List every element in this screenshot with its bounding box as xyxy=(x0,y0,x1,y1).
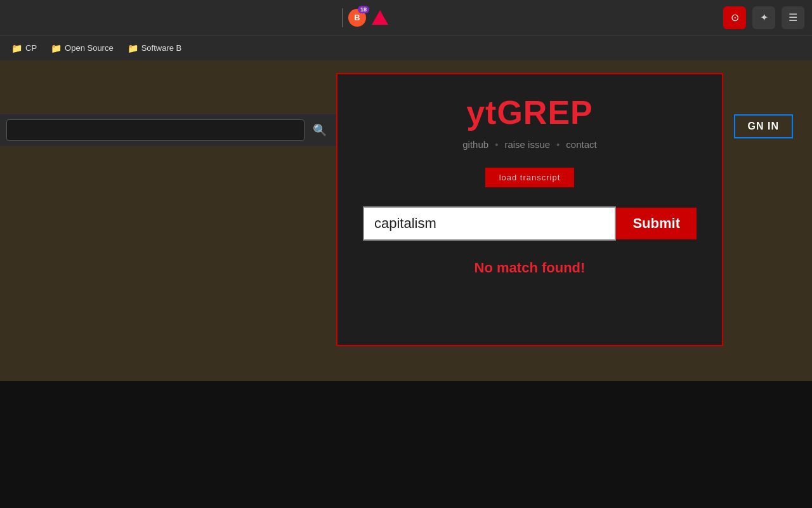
folder-icon-3: 📁 xyxy=(128,43,138,53)
page-bottom-area xyxy=(0,381,812,508)
page-content: 🔍 GN IN ytGREP github • raise issue • co… xyxy=(0,60,812,508)
page-search-input[interactable] xyxy=(6,119,304,141)
ytgrep-popup: ytGREP github • raise issue • contact lo… xyxy=(336,73,723,346)
github-link[interactable]: github xyxy=(462,139,488,150)
menu-icon: ☰ xyxy=(789,11,797,23)
bookmark-software-label: Software B xyxy=(141,43,182,53)
ytgrep-search-row: Submit xyxy=(363,206,697,241)
bookmark-cp-label: CP xyxy=(25,43,37,53)
target-toolbar-button[interactable]: ⊙ xyxy=(723,6,746,29)
puzzle-icon: ✦ xyxy=(760,11,768,23)
browser-center-icons: B 18 xyxy=(342,8,389,27)
folder-icon-2: 📁 xyxy=(51,43,62,53)
contact-link[interactable]: contact xyxy=(566,139,596,150)
folder-icon: 📁 xyxy=(11,43,22,53)
aurora-icon[interactable] xyxy=(371,9,389,27)
bookmark-open-source[interactable]: 📁 Open Source xyxy=(46,41,119,56)
nav-dot-1: • xyxy=(495,139,498,150)
sign-in-button[interactable]: GN IN xyxy=(734,114,793,138)
menu-toolbar-button[interactable]: ☰ xyxy=(782,6,804,29)
page-search-bar: 🔍 xyxy=(0,114,336,146)
brave-shield-icon[interactable]: B 18 xyxy=(348,9,366,27)
ytgrep-nav: github • raise issue • contact xyxy=(462,139,596,150)
load-transcript-button[interactable]: load transcript xyxy=(485,168,575,187)
nav-dot-2: • xyxy=(556,139,560,150)
target-icon: ⊙ xyxy=(731,11,739,23)
submit-label: Submit xyxy=(632,215,680,231)
raise-issue-link[interactable]: raise issue xyxy=(504,139,550,150)
bookmark-software[interactable]: 📁 Software B xyxy=(122,41,187,56)
no-match-message: No match found! xyxy=(475,260,586,276)
bookmark-cp[interactable]: 📁 CP xyxy=(6,41,42,56)
search-icon: 🔍 xyxy=(313,124,327,137)
browser-chrome: B 18 ⊙ ✦ ☰ xyxy=(0,0,812,35)
browser-toolbar-right: ⊙ ✦ ☰ xyxy=(723,6,804,29)
sign-in-label: GN IN xyxy=(748,121,779,131)
page-search-button[interactable]: 🔍 xyxy=(310,120,330,140)
puzzle-toolbar-button[interactable]: ✦ xyxy=(752,6,775,29)
ytgrep-search-input[interactable] xyxy=(363,206,616,241)
load-transcript-label: load transcript xyxy=(499,173,561,182)
aurora-triangle xyxy=(372,10,388,25)
ytgrep-submit-button[interactable]: Submit xyxy=(616,208,697,239)
ytgrep-title: ytGREP xyxy=(466,93,593,131)
bookmark-open-source-label: Open Source xyxy=(65,43,114,53)
tab-divider xyxy=(342,8,343,27)
bookmark-bar: 📁 CP 📁 Open Source 📁 Software B xyxy=(0,35,812,60)
brave-badge: 18 xyxy=(358,6,369,13)
